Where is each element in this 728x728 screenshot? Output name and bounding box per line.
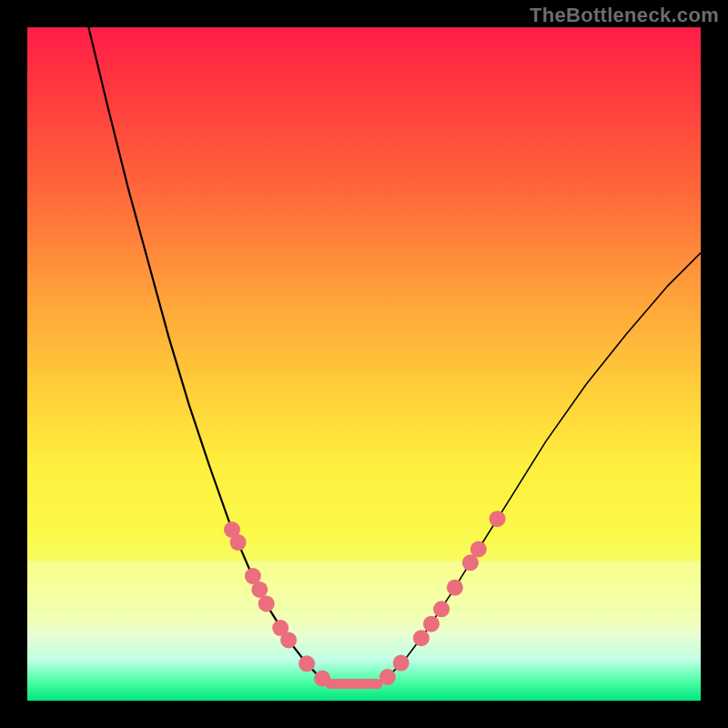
chart-plot-area: [27, 27, 701, 701]
chart-overlay-svg: [27, 27, 701, 701]
bottom-stripe: [27, 621, 701, 627]
data-dot-right: [379, 669, 396, 685]
data-dot-right: [413, 630, 430, 646]
chart-stage: TheBottleneck.com: [0, 0, 728, 728]
data-dot-left: [258, 595, 275, 612]
bottom-stripe-group: [27, 561, 701, 627]
data-dot-right: [470, 541, 487, 558]
data-dot-left: [251, 581, 268, 598]
data-dot-left: [230, 534, 247, 551]
watermark-label: TheBottleneck.com: [530, 4, 719, 27]
data-dot-right: [490, 511, 506, 527]
data-dot-left: [298, 655, 315, 672]
data-dot-left: [280, 632, 297, 648]
bottom-stripe: [27, 561, 701, 607]
data-dot-right: [423, 616, 440, 632]
data-dot-left: [314, 671, 330, 687]
data-dot-right: [393, 655, 410, 672]
bottom-stripe: [27, 612, 701, 618]
data-dot-right: [433, 601, 450, 617]
data-dot-right: [447, 580, 463, 596]
